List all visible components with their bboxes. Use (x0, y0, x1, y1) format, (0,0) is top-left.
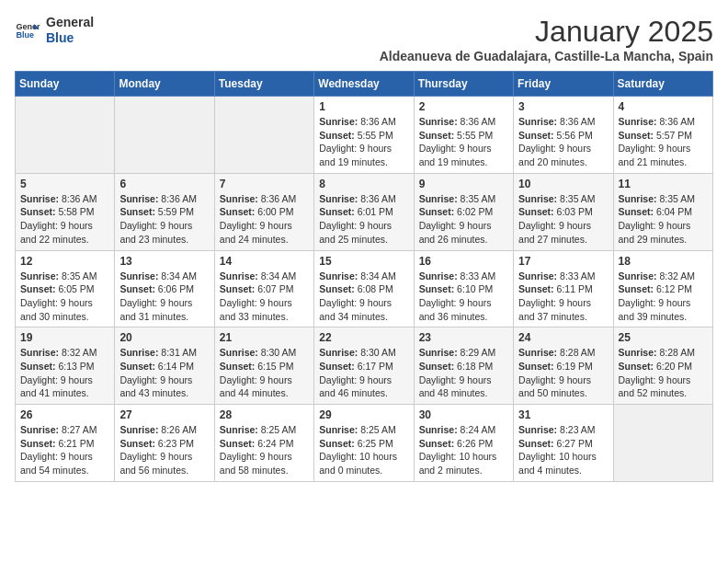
day-number: 19 (20, 331, 109, 344)
header-cell-saturday: Saturday (613, 72, 712, 97)
day-info: Sunrise: 8:34 AMSunset: 6:07 PMDaylight:… (220, 270, 309, 324)
title-block: January 2025 Aldeanueva de Guadalajara, … (380, 15, 713, 63)
day-cell: 25Sunrise: 8:28 AMSunset: 6:20 PMDayligh… (613, 327, 712, 405)
day-info: Sunrise: 8:36 AMSunset: 5:56 PMDaylight:… (518, 115, 608, 169)
day-number: 29 (319, 408, 408, 421)
day-cell: 16Sunrise: 8:33 AMSunset: 6:10 PMDayligh… (414, 250, 513, 327)
day-info: Sunrise: 8:28 AMSunset: 6:20 PMDaylight:… (619, 346, 708, 400)
day-info: Sunrise: 8:35 AMSunset: 6:02 PMDaylight:… (419, 192, 508, 247)
day-info: Sunrise: 8:25 AMSunset: 6:25 PMDaylight:… (319, 423, 408, 477)
header-row: SundayMondayTuesdayWednesdayThursdayFrid… (16, 72, 713, 97)
day-number: 1 (319, 100, 408, 113)
day-info: Sunrise: 8:30 AMSunset: 6:17 PMDaylight:… (319, 346, 408, 400)
day-cell: 31Sunrise: 8:23 AMSunset: 6:27 PMDayligh… (514, 405, 613, 482)
logo-icon: General Blue (15, 17, 40, 43)
day-cell: 15Sunrise: 8:34 AMSunset: 6:08 PMDayligh… (314, 250, 414, 327)
day-number: 2 (419, 100, 508, 113)
day-cell: 8Sunrise: 8:36 AMSunset: 6:01 PMDaylight… (314, 173, 414, 250)
day-info: Sunrise: 8:32 AMSunset: 6:12 PMDaylight:… (619, 270, 708, 324)
day-cell: 1Sunrise: 8:36 AMSunset: 5:55 PMDaylight… (314, 97, 414, 174)
day-number: 21 (220, 331, 309, 344)
day-number: 27 (119, 408, 209, 421)
day-info: Sunrise: 8:33 AMSunset: 6:11 PMDaylight:… (518, 270, 608, 324)
day-info: Sunrise: 8:36 AMSunset: 5:59 PMDaylight:… (119, 192, 209, 247)
week-row-4: 19Sunrise: 8:32 AMSunset: 6:13 PMDayligh… (16, 327, 713, 405)
day-number: 18 (619, 255, 708, 268)
day-number: 22 (319, 331, 408, 344)
day-cell: 13Sunrise: 8:34 AMSunset: 6:06 PMDayligh… (115, 250, 214, 327)
day-cell: 23Sunrise: 8:29 AMSunset: 6:18 PMDayligh… (414, 327, 513, 405)
day-number: 3 (518, 100, 608, 113)
day-number: 5 (20, 178, 109, 190)
calendar-header: SundayMondayTuesdayWednesdayThursdayFrid… (16, 72, 713, 97)
day-number: 7 (220, 178, 309, 190)
day-cell: 17Sunrise: 8:33 AMSunset: 6:11 PMDayligh… (514, 250, 613, 327)
day-cell: 14Sunrise: 8:34 AMSunset: 6:07 PMDayligh… (214, 250, 313, 327)
day-number: 26 (20, 408, 109, 421)
day-cell: 28Sunrise: 8:25 AMSunset: 6:24 PMDayligh… (214, 405, 313, 482)
day-cell: 2Sunrise: 8:36 AMSunset: 5:55 PMDaylight… (414, 97, 513, 174)
day-number: 13 (119, 255, 209, 268)
day-cell (613, 405, 712, 482)
week-row-5: 26Sunrise: 8:27 AMSunset: 6:21 PMDayligh… (16, 405, 713, 482)
day-number: 28 (220, 408, 309, 421)
header-cell-wednesday: Wednesday (314, 72, 414, 97)
day-cell: 29Sunrise: 8:25 AMSunset: 6:25 PMDayligh… (314, 405, 414, 482)
day-number: 4 (619, 100, 708, 113)
day-info: Sunrise: 8:27 AMSunset: 6:21 PMDaylight:… (20, 423, 109, 477)
day-info: Sunrise: 8:36 AMSunset: 6:01 PMDaylight:… (319, 192, 408, 247)
day-cell: 19Sunrise: 8:32 AMSunset: 6:13 PMDayligh… (16, 327, 115, 405)
day-number: 31 (518, 408, 608, 421)
day-number: 17 (518, 255, 608, 268)
day-cell: 6Sunrise: 8:36 AMSunset: 5:59 PMDaylight… (115, 173, 214, 250)
day-cell: 30Sunrise: 8:24 AMSunset: 6:26 PMDayligh… (414, 405, 513, 482)
day-number: 9 (419, 178, 508, 190)
header-cell-sunday: Sunday (16, 72, 115, 97)
day-info: Sunrise: 8:29 AMSunset: 6:18 PMDaylight:… (419, 346, 508, 400)
day-info: Sunrise: 8:23 AMSunset: 6:27 PMDaylight:… (518, 423, 608, 477)
day-cell (214, 97, 313, 174)
day-number: 11 (619, 178, 708, 190)
day-info: Sunrise: 8:34 AMSunset: 6:08 PMDaylight:… (319, 270, 408, 324)
day-number: 23 (419, 331, 508, 344)
day-cell: 24Sunrise: 8:28 AMSunset: 6:19 PMDayligh… (514, 327, 613, 405)
header-cell-thursday: Thursday (414, 72, 513, 97)
day-cell: 9Sunrise: 8:35 AMSunset: 6:02 PMDaylight… (414, 173, 513, 250)
month-title: January 2025 (380, 15, 713, 49)
day-info: Sunrise: 8:30 AMSunset: 6:15 PMDaylight:… (220, 346, 309, 400)
day-info: Sunrise: 8:36 AMSunset: 6:00 PMDaylight:… (220, 192, 309, 247)
svg-text:Blue: Blue (16, 30, 34, 40)
day-info: Sunrise: 8:34 AMSunset: 6:06 PMDaylight:… (119, 270, 209, 324)
day-cell: 27Sunrise: 8:26 AMSunset: 6:23 PMDayligh… (115, 405, 214, 482)
day-info: Sunrise: 8:24 AMSunset: 6:26 PMDaylight:… (419, 423, 508, 477)
day-info: Sunrise: 8:36 AMSunset: 5:57 PMDaylight:… (619, 115, 708, 169)
calendar-body: 1Sunrise: 8:36 AMSunset: 5:55 PMDaylight… (16, 97, 713, 482)
day-info: Sunrise: 8:32 AMSunset: 6:13 PMDaylight:… (20, 346, 109, 400)
week-row-3: 12Sunrise: 8:35 AMSunset: 6:05 PMDayligh… (16, 250, 713, 327)
day-info: Sunrise: 8:35 AMSunset: 6:03 PMDaylight:… (518, 192, 608, 247)
day-number: 30 (419, 408, 508, 421)
day-cell (16, 97, 115, 174)
day-info: Sunrise: 8:35 AMSunset: 6:05 PMDaylight:… (20, 270, 109, 324)
day-number: 20 (119, 331, 209, 344)
logo-line1: General (46, 15, 94, 30)
day-cell: 3Sunrise: 8:36 AMSunset: 5:56 PMDaylight… (514, 97, 613, 174)
day-number: 6 (119, 178, 209, 190)
day-cell: 10Sunrise: 8:35 AMSunset: 6:03 PMDayligh… (514, 173, 613, 250)
header-cell-monday: Monday (115, 72, 214, 97)
logo: General Blue General Blue (15, 15, 94, 46)
page-header: General Blue General Blue January 2025 A… (15, 15, 713, 63)
day-info: Sunrise: 8:36 AMSunset: 5:58 PMDaylight:… (20, 192, 109, 247)
header-cell-friday: Friday (514, 72, 613, 97)
day-number: 10 (518, 178, 608, 190)
day-cell: 7Sunrise: 8:36 AMSunset: 6:00 PMDaylight… (214, 173, 313, 250)
day-cell: 26Sunrise: 8:27 AMSunset: 6:21 PMDayligh… (16, 405, 115, 482)
day-info: Sunrise: 8:28 AMSunset: 6:19 PMDaylight:… (518, 346, 608, 400)
day-number: 8 (319, 178, 408, 190)
week-row-1: 1Sunrise: 8:36 AMSunset: 5:55 PMDaylight… (16, 97, 713, 174)
day-cell: 22Sunrise: 8:30 AMSunset: 6:17 PMDayligh… (314, 327, 414, 405)
day-info: Sunrise: 8:36 AMSunset: 5:55 PMDaylight:… (419, 115, 508, 169)
svg-text:General: General (16, 21, 40, 30)
day-cell: 20Sunrise: 8:31 AMSunset: 6:14 PMDayligh… (115, 327, 214, 405)
day-info: Sunrise: 8:25 AMSunset: 6:24 PMDaylight:… (220, 423, 309, 477)
